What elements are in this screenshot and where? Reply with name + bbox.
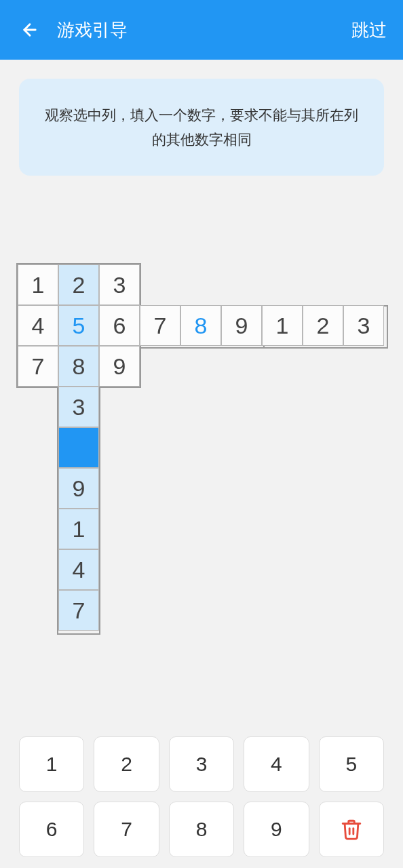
keypad-5[interactable]: 5 <box>319 736 384 792</box>
keypad-8[interactable]: 8 <box>169 802 234 857</box>
keypad-7[interactable]: 7 <box>94 802 159 857</box>
grid-cell[interactable]: 4 <box>58 549 99 590</box>
grid-cell[interactable]: 5 <box>58 305 99 346</box>
grid-cell[interactable]: 7 <box>140 305 180 346</box>
grid-cell[interactable]: 8 <box>58 346 99 387</box>
grid-cell[interactable]: 7 <box>58 590 99 631</box>
grid-cell[interactable]: 3 <box>58 387 99 427</box>
back-button[interactable] <box>16 16 43 43</box>
keypad-delete[interactable] <box>319 802 384 857</box>
number-keypad: 123456789 <box>19 736 384 857</box>
grid-cell[interactable]: 1 <box>262 305 303 346</box>
arrow-left-icon <box>20 20 39 39</box>
keypad-9[interactable]: 9 <box>244 802 309 857</box>
grid-cell[interactable]: 2 <box>303 305 343 346</box>
grid-cell[interactable]: 4 <box>18 305 58 346</box>
grid-cell[interactable]: 1 <box>58 509 99 549</box>
grid-cell[interactable] <box>58 427 99 468</box>
grid-cell[interactable]: 2 <box>58 264 99 305</box>
grid-cell[interactable]: 9 <box>58 468 99 509</box>
skip-button[interactable]: 跳过 <box>351 18 387 42</box>
keypad-2[interactable]: 2 <box>94 736 159 792</box>
hint-text: 观察选中列，填入一个数字，要求不能与其所在列的其他数字相同 <box>19 79 384 176</box>
keypad-4[interactable]: 4 <box>244 736 309 792</box>
grid-cell[interactable]: 9 <box>99 346 140 387</box>
grid-cell[interactable]: 7 <box>18 346 58 387</box>
keypad-3[interactable]: 3 <box>169 736 234 792</box>
grid-cell[interactable]: 6 <box>99 305 140 346</box>
trash-icon <box>340 818 363 841</box>
grid-cell[interactable]: 8 <box>180 305 221 346</box>
grid-cell[interactable]: 1 <box>18 264 58 305</box>
grid-cell[interactable]: 9 <box>221 305 262 346</box>
page-title: 游戏引导 <box>57 18 351 42</box>
keypad-1[interactable]: 1 <box>19 736 84 792</box>
grid-cell[interactable]: 3 <box>343 305 384 346</box>
grid-cell[interactable]: 3 <box>99 264 140 305</box>
keypad-6[interactable]: 6 <box>19 802 84 857</box>
